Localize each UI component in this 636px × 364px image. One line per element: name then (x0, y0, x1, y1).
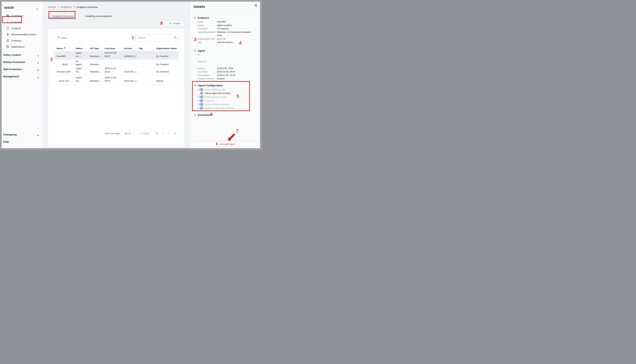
toggle-tray-icon[interactable] (197, 100, 203, 102)
cell-os-type: Windows… (87, 55, 102, 60)
cell-version (121, 66, 136, 68)
sidebar-item-endpoints[interactable]: Endpoints (2, 19, 43, 25)
toggle-device-control[interactable] (197, 103, 203, 106)
sidebar-item-label: Dashboard (11, 15, 23, 17)
cell-last-seen: 2025-12-01,18:42 (102, 67, 121, 75)
cell-organization: NL Grönland (153, 70, 178, 75)
first-page-button[interactable] (156, 132, 158, 134)
filter-button[interactable]: Filter (57, 36, 67, 40)
download-icon (169, 22, 172, 25)
endpoint-table-card: Filter Name (48, 29, 184, 146)
column-header-os-type[interactable]: OS Type (87, 47, 102, 51)
next-page-button[interactable] (168, 132, 170, 134)
sidebar-item-notifications[interactable]: Notifications (2, 44, 43, 50)
detail-row-name: NameDev0493 (194, 20, 257, 24)
page-size-select[interactable]: 25 (125, 132, 130, 134)
sidebar-menu: Dashboard Endpoints (2, 13, 43, 50)
sidebar-item-protocols[interactable]: Protocols (2, 38, 43, 44)
sidebar-item-dashboard[interactable]: Dashboard (2, 13, 43, 19)
endpoints-table: Name Status OS Type Last Seen Version Ta… (54, 47, 178, 84)
toggle-pause-agent[interactable] (197, 92, 203, 94)
section-header-agent[interactable]: Agent (194, 49, 257, 52)
section-header-exclusions[interactable]: Exclusions (194, 114, 257, 116)
toggle-row-response-by-analysts: Response by analysts (194, 95, 257, 99)
cell-name: Dev0493 (54, 55, 73, 60)
divider (2, 144, 23, 145)
column-header-name[interactable]: Name (54, 47, 73, 51)
table-row[interactable]: ·win11-s01 Agent ins… Windows… 2025-12-0… (54, 75, 178, 84)
column-header-status[interactable]: Status (73, 47, 87, 51)
export-button[interactable]: Export (165, 20, 184, 26)
uninstall-agent-button[interactable]: Uninstall Agent (193, 141, 258, 147)
clipboard-icon (6, 39, 9, 42)
previous-page-button[interactable] (162, 132, 164, 134)
detail-row-id: ID (194, 53, 257, 57)
breadcrumb-mxdr[interactable]: MXDR (48, 6, 56, 8)
toggle-endpoint-notification[interactable] (197, 107, 203, 109)
chevron-right-icon (73, 6, 75, 8)
endpoints-icon (6, 21, 9, 24)
chevron-left-icon (37, 62, 39, 65)
sidebar-item-recommended-actions[interactable]: Recommended Actions (2, 31, 43, 38)
chevron-down-icon (194, 50, 196, 52)
breadcrumb-endpoints[interactable]: Endpoints (61, 6, 72, 8)
sidebar-section-mobile-protection[interactable]: Mobile Protection (2, 59, 43, 66)
sidebar-section-help[interactable]: Help (2, 138, 43, 146)
app-window: MXDR Dashboard (0, 0, 262, 150)
chevron-left-icon (37, 134, 39, 137)
detail-row-organization-unit: Organization UnitMove To (194, 37, 257, 41)
table-row[interactable]: Win11 No agent… Windows… NL Frankfurt (54, 60, 178, 66)
column-header-tag[interactable]: Tag (136, 47, 153, 51)
search-icon[interactable] (174, 36, 177, 40)
filter-icon (57, 36, 60, 40)
sidebar-item-incidents[interactable]: Incidents (2, 25, 43, 31)
page-range-label: 1 - 4 of 4 (140, 132, 149, 134)
chevron-down-icon[interactable] (36, 8, 38, 11)
chevron-down-icon (194, 17, 196, 19)
details-title: Details (194, 5, 205, 9)
move-to-link[interactable]: Move To (217, 37, 254, 41)
toggle-response-by-analysts[interactable] (197, 96, 203, 98)
chevron-left-icon (37, 76, 39, 79)
add-description-action[interactable]: Add Description... (217, 41, 254, 44)
cell-version: 20251201_1 (121, 70, 136, 75)
sidebar-item-label: Protocols (11, 39, 21, 42)
sidebar-section-management[interactable]: Management (2, 73, 43, 80)
detail-row-operating-system: Operating SystemWindows 11 Enterprise Ev… (194, 30, 257, 37)
divider (3, 11, 23, 12)
sidebar-section-policy-control[interactable]: Policy Control (2, 52, 43, 59)
detail-row-tag: TagAdd Description... (194, 41, 257, 44)
toggle-row-tray-icon: Tray Icon (194, 99, 257, 102)
sidebar-section-changelog[interactable]: Changelog (2, 132, 43, 138)
close-icon[interactable] (255, 4, 257, 7)
sidebar-item-label: Endpoints (11, 21, 22, 24)
search-input[interactable] (138, 36, 174, 39)
section-header-agent-configuration[interactable]: Agent Configuration (194, 84, 257, 87)
column-header-last-seen[interactable]: Last Seen (102, 47, 121, 51)
column-header-organization-name[interactable]: Organization Name (153, 47, 178, 51)
cell-organization: Default (153, 79, 178, 84)
detail-row-analyst-session: Analyst SessionInactive (194, 77, 257, 80)
cell-status: No agent… (73, 60, 87, 68)
tab-installing-new-endpoints[interactable]: Installing new endpoints (81, 13, 116, 20)
sidebar-item-label: Recommended Actions (11, 33, 36, 36)
cell-tag (136, 83, 153, 84)
cell-tag (136, 58, 153, 60)
sort-ascending-icon (63, 47, 66, 50)
divider (48, 19, 184, 19)
table-row[interactable]: Dev0493 Agent ins… Windows… 2025-04-09,0… (54, 51, 178, 60)
cell-version: 20250130_1 (121, 55, 136, 60)
search-box (135, 34, 179, 41)
cell-status: Agent ins… (73, 76, 87, 84)
chevron-right-icon (57, 6, 59, 8)
toggle-row-pause-agent: Pause agent (60 minutes) (194, 92, 257, 95)
toggle-stop-malicious-code[interactable] (197, 88, 203, 91)
chevron-down-icon (129, 132, 130, 134)
last-page-button[interactable] (173, 132, 176, 134)
detail-row-status: StatusAgent installed (194, 24, 257, 27)
cell-organization: NL Frankfurt (153, 63, 178, 68)
column-header-version[interactable]: Version (121, 47, 136, 51)
section-header-endpoint[interactable]: Endpoint (194, 16, 257, 19)
cell-name: ·win11-s01 (54, 79, 73, 84)
sidebar-section-mail-protection[interactable]: Mail Protection (2, 66, 43, 73)
